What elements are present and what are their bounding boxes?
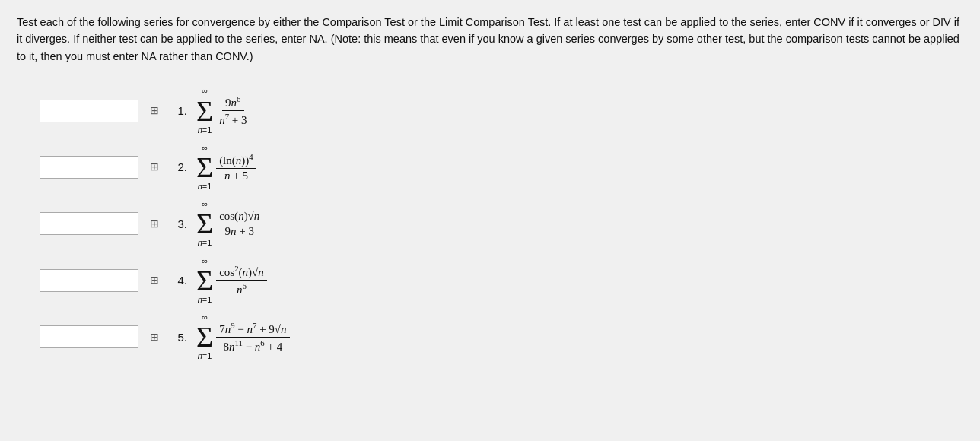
problems-container: ⊞ 1. ∞ Σ n=1 9n6 n7 + 3 ⊞ 2. ∞ Σ n=1 [17,86,963,361]
problem-number-2: 2. [170,160,187,173]
formula-3: ∞ Σ n=1 cos(n)√n 9n + 3 [195,199,262,248]
instructions-text: Test each of the following series for co… [17,14,960,65]
formula-5: ∞ Σ n=1 7n9 − n7 + 9√n 8n11 − n6 + 4 [195,313,290,361]
problem-row-3: ⊞ 3. ∞ Σ n=1 cos(n)√n 9n + 3 [40,199,963,248]
answer-input-3[interactable] [40,212,138,235]
problem-row-1: ⊞ 1. ∞ Σ n=1 9n6 n7 + 3 [40,86,963,135]
problem-row-5: ⊞ 5. ∞ Σ n=1 7n9 − n7 + 9√n 8n11 − n6 + … [40,313,963,361]
grid-icon-4[interactable]: ⊞ [146,274,163,287]
grid-icon-5[interactable]: ⊞ [146,331,163,344]
answer-input-1[interactable] [40,100,138,122]
problem-number-4: 4. [170,274,187,287]
grid-icon-1[interactable]: ⊞ [146,104,163,117]
formula-2: ∞ Σ n=1 (ln(n))4 n + 5 [195,143,256,192]
formula-4: ∞ Σ n=1 cos2(n)√n n6 [195,256,267,305]
problem-number-3: 3. [170,217,187,230]
grid-icon-2[interactable]: ⊞ [146,160,163,173]
answer-input-5[interactable] [40,325,138,348]
formula-1: ∞ Σ n=1 9n6 n7 + 3 [195,86,250,135]
answer-input-4[interactable] [40,269,138,292]
problem-number-5: 5. [170,331,187,344]
problem-row-2: ⊞ 2. ∞ Σ n=1 (ln(n))4 n + 5 [40,143,963,192]
problem-row-4: ⊞ 4. ∞ Σ n=1 cos2(n)√n n6 [40,256,963,305]
problem-number-1: 1. [170,104,187,117]
answer-input-2[interactable] [40,156,138,179]
grid-icon-3[interactable]: ⊞ [146,217,163,230]
